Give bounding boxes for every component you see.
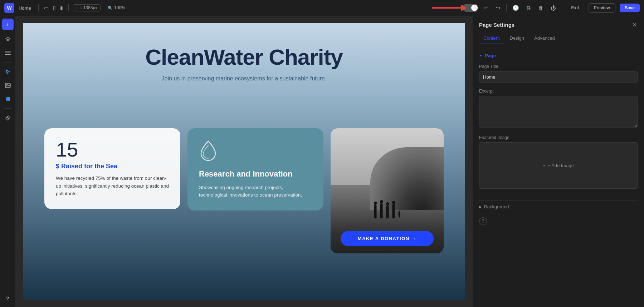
divider-4 [562, 4, 562, 11]
hero-subtitle: Join us in preserving marine ecosystems … [52, 75, 436, 82]
accordion-arrow-icon: ▼ [479, 54, 483, 58]
card-title: $ Raised for the Sea [56, 163, 169, 170]
help-icon[interactable]: ? [479, 217, 487, 225]
sidebar-select-icon[interactable] [2, 66, 14, 78]
toggle-circle: ☽ [471, 5, 478, 11]
background-section-label: Background [484, 204, 509, 209]
hero-title: CleanWater Charity [52, 44, 436, 70]
logo[interactable]: W [4, 3, 14, 13]
panel-body: ▼ Page Page Title Excerpt Featured Image [473, 44, 644, 307]
page-section-label: Page [485, 53, 496, 58]
sidebar-tools-icon[interactable] [2, 112, 14, 124]
featured-image-label: Featured Image [479, 135, 638, 140]
research-card-title: Research and Innovation [199, 169, 312, 179]
desktop-icon[interactable]: ▭ [43, 4, 50, 12]
canvas-area: CleanWater Charity Join us in preserving… [16, 16, 472, 307]
red-arrow-indicator [432, 4, 467, 11]
card-research: Research and Innovation Showcasing ongoi… [187, 128, 323, 211]
sidebar-widget-icon[interactable] [2, 93, 14, 105]
top-bar: W Home ▭ ▯ ▮ ⟷ 1388px 🔍 100% ☽ ↩ ↪ 🕐 ⇅ 🗑… [0, 0, 644, 16]
power-icon[interactable]: ⏻ [549, 4, 557, 13]
page-title-field-group: Page Title [479, 64, 638, 83]
divider-2 [68, 4, 69, 11]
zoom-display: 🔍 100% [105, 5, 128, 11]
accordion-content: Page Title Excerpt Featured Image + + Ad… [479, 61, 638, 197]
sidebar-help-icon[interactable]: ? [2, 293, 14, 304]
donate-button[interactable]: MAKE A DONATION → [341, 231, 434, 246]
width-display: ⟷ 1388px [73, 4, 101, 11]
undo-icon[interactable]: ↩ [483, 3, 490, 13]
tab-advanced[interactable]: Advanced [530, 33, 559, 44]
svg-rect-2 [5, 54, 11, 55]
divider-3 [506, 4, 507, 11]
sidebar-add-button[interactable]: + [2, 19, 14, 30]
svg-rect-1 [5, 53, 11, 53]
svg-rect-3 [5, 83, 10, 88]
mobile-icon[interactable]: ▮ [59, 4, 64, 12]
responsive-icon[interactable]: ⇅ [525, 3, 532, 13]
page-name: Home [19, 5, 31, 11]
sidebar-menu-icon[interactable] [2, 47, 14, 59]
page-section-accordion[interactable]: ▼ Page [479, 50, 638, 61]
background-accordion-arrow: ▶ [479, 205, 482, 209]
card-statistics: 15 $ Raised for the Sea We have recycled… [44, 128, 180, 209]
card-description: We have recycled 75% of the waste from o… [56, 174, 169, 198]
sidebar-layers-icon[interactable] [2, 34, 14, 45]
moon-icon: ☽ [473, 6, 476, 10]
card-image: MAKE A DONATION → [331, 128, 444, 253]
page-title-input[interactable] [479, 71, 638, 83]
redo-icon[interactable]: ↪ [494, 3, 502, 13]
left-sidebar: + [0, 16, 16, 307]
trash-icon[interactable]: 🗑 [537, 4, 545, 13]
panel-header: Page Settings ✕ [473, 16, 644, 29]
research-card-text: Showcasing ongoing research projects, te… [199, 184, 312, 199]
excerpt-textarea[interactable] [479, 96, 638, 128]
panel-close-button[interactable]: ✕ [631, 21, 638, 29]
featured-image-field-group: Featured Image + + Add Image [479, 135, 638, 189]
svg-point-4 [6, 84, 7, 85]
add-image-label: + Add Image [548, 163, 574, 168]
save-button[interactable]: Save [620, 4, 640, 12]
main-area: + [0, 16, 644, 307]
hero-section: CleanWater Charity Join us in preserving… [23, 23, 465, 128]
preview-button[interactable]: Preview [589, 3, 615, 13]
tab-design[interactable]: Design [506, 33, 528, 44]
device-icons: ▭ ▯ ▮ [43, 4, 64, 12]
panel-title: Page Settings [479, 22, 514, 28]
history-icon[interactable]: 🕐 [511, 3, 521, 13]
background-section-accordion[interactable]: ▶ Background [479, 200, 638, 213]
right-panel: Page Settings ✕ Content Design Advanced … [472, 16, 644, 307]
featured-image-box[interactable]: + + Add Image [479, 142, 638, 189]
tablet-icon[interactable]: ▯ [52, 4, 57, 12]
page-title-label: Page Title [479, 64, 638, 69]
cards-row: 15 $ Raised for the Sea We have recycled… [23, 128, 465, 275]
excerpt-field-group: Excerpt [479, 89, 638, 129]
page-canvas: CleanWater Charity Join us in preserving… [23, 23, 465, 300]
panel-tabs: Content Design Advanced [473, 33, 644, 44]
sidebar-image-icon[interactable] [2, 80, 14, 91]
tab-content[interactable]: Content [479, 33, 504, 44]
card-number: 15 [56, 140, 169, 160]
exit-button[interactable]: Exit [566, 4, 584, 12]
excerpt-label: Excerpt [479, 89, 638, 94]
svg-rect-0 [5, 51, 11, 51]
dark-mode-toggle[interactable]: ☽ [463, 4, 478, 12]
svg-line-5 [7, 117, 9, 119]
divider [38, 4, 39, 11]
water-drop-icon [199, 140, 312, 163]
add-image-icon: + [543, 163, 546, 168]
